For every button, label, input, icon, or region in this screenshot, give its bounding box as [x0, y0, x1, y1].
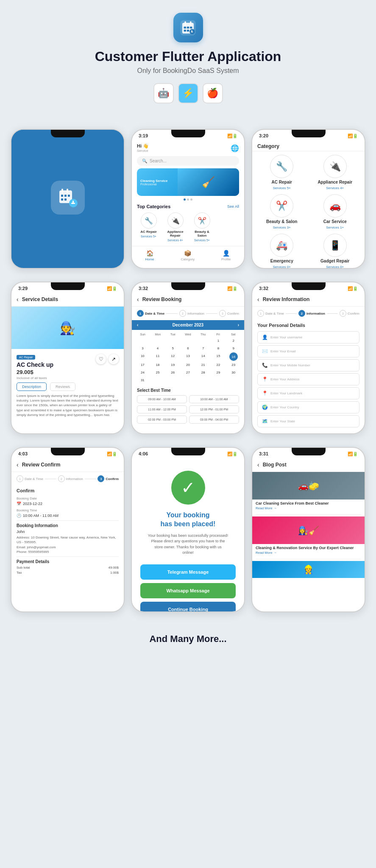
row-2: 3:29 📶🔋 ‹ Service Details 🧑‍🔧 AC Repair …	[0, 277, 376, 438]
step-ri-1: 1 Date & Time	[257, 310, 284, 317]
landmark-icon: 📍	[262, 391, 268, 396]
booking-date-value: 📅2023-12-22	[17, 502, 119, 506]
section-header: Top Categories See All	[132, 202, 244, 211]
svg-rect-18	[61, 198, 63, 201]
state-icon: 🗺️	[262, 419, 268, 424]
step-conf-1: 1 Date & Time	[17, 475, 43, 482]
favorite-button[interactable]: ♡	[96, 354, 106, 364]
slot-4[interactable]: 12:00 PM - 01:00 PM	[189, 405, 239, 413]
back-button-svc[interactable]: ‹	[17, 296, 19, 303]
service-tax: Inclusive of all taxes	[17, 376, 53, 380]
phone-categories: 3:20 📶🔋 Category 🔧 AC Repair Services 5+…	[251, 129, 365, 269]
back-button-blog[interactable]: ‹	[257, 461, 259, 468]
step-conf-3: 3 Confirm	[97, 475, 119, 482]
bottom-nav: 🏠 Home 📦 Category 👤 Profile	[132, 246, 244, 265]
read-more-2[interactable]: Read More →	[252, 551, 365, 557]
field-state[interactable]: 🗺️ Enter Your State	[257, 415, 359, 427]
app-icon	[173, 13, 203, 42]
svg-rect-19	[64, 198, 67, 201]
next-month[interactable]: ›	[238, 323, 239, 327]
steps-bar-conf: 1 Date & Time 2 Information 3 Confirm	[11, 472, 124, 486]
grid-item-beauty[interactable]: ✂️ Beauty & Salon Services 3+	[257, 194, 306, 229]
personal-details-title: Your Personal Details	[252, 320, 365, 329]
user-icon: 👤	[262, 335, 268, 340]
nav-profile[interactable]: 👤 Profile	[221, 250, 231, 261]
back-button-conf[interactable]: ‹	[17, 461, 19, 468]
back-button-ri[interactable]: ‹	[257, 296, 259, 303]
search-bar[interactable]: 🔍 Search...	[137, 156, 239, 166]
slot-1[interactable]: 09:00 AM - 10:00 AM	[137, 395, 187, 403]
phone-splash	[11, 129, 125, 269]
field-phone[interactable]: 📞 Enter Your Mobile Number	[257, 359, 359, 371]
field-address[interactable]: 📍 Enter Your Address	[257, 373, 359, 385]
cat-item-appliance[interactable]: 🔌 ApplianceRepair Services 4+	[164, 212, 187, 242]
svg-rect-2	[184, 21, 186, 25]
service-description: Lorem Ipsum is simply dummy text of the …	[17, 394, 119, 417]
svg-rect-15	[61, 195, 63, 197]
svg-rect-16	[64, 195, 67, 197]
step-ri-2: 2 Information	[298, 310, 325, 317]
category-grid: 🔧 AC Repair Services 5+ 🔌 Appliance Repa…	[252, 151, 365, 269]
service-info: AC Repair AC Check up 29.00$ Inclusive o…	[11, 349, 124, 421]
platform-icons: 🤖 ⚡ 🍎	[8, 83, 368, 103]
continue-button[interactable]: Continue Booking	[140, 602, 236, 612]
categories-header: Category	[252, 140, 365, 151]
nav-category[interactable]: 📦 Category	[181, 250, 195, 261]
notch-cat	[292, 130, 326, 137]
app-header: Customer Flutter Application Only for Bo…	[0, 0, 376, 125]
steps-bar-ri: 1 Date & Time 2 Information 3 Confirm	[252, 307, 365, 320]
svg-rect-6	[190, 26, 192, 28]
field-landmark[interactable]: 📍 Enter Your Landmark	[257, 387, 359, 399]
phone-confirm: 4:03 📶🔋 ‹ Review Confirm 1 Date & Time 2…	[11, 447, 125, 612]
banner-image: 🧹 Cleaning Service Professional	[137, 168, 239, 196]
booking-address: Address: 10 Downing Street, Near cause w…	[17, 535, 119, 544]
success-icon: ✓	[171, 471, 205, 505]
share-button[interactable]: ↗	[109, 354, 119, 364]
notch-svc	[51, 282, 85, 290]
calendar-grid: SunMonTueWedThuFriSat 12 3456789 1011121…	[132, 330, 244, 385]
globe-icon: 🌐	[231, 144, 239, 152]
blog-img-2: 👩‍🔧🧹	[252, 516, 365, 544]
svg-rect-14	[67, 189, 68, 193]
time-section: Select Best Time 09:00 AM - 10:00 AM 10:…	[132, 385, 244, 426]
grid-item-gadget[interactable]: 📱 Gadget Repair Services 0+	[311, 234, 360, 269]
svg-rect-5	[187, 26, 189, 28]
notch-home	[171, 130, 205, 137]
tab-description[interactable]: Description	[17, 382, 47, 391]
grid-item-car[interactable]: 🚗 Car Service Services 1+	[311, 194, 360, 229]
slot-5[interactable]: 02:00 PM - 03:00 PM	[137, 416, 187, 424]
whatsapp-button[interactable]: Whatsapp Message	[140, 583, 236, 598]
svg-rect-22	[71, 203, 75, 204]
address-icon: 📍	[262, 377, 268, 382]
notch-suc	[171, 448, 205, 455]
phone-blog: 3:31 📶🔋 ‹ Blog Post 🚗🧽 Car Cleaning Serv…	[251, 447, 365, 612]
service-title: AC Check up	[17, 361, 53, 368]
field-country[interactable]: 🌍 Enter Your Country	[257, 401, 359, 413]
slot-6[interactable]: 03:00 PM - 04:00 PM	[189, 416, 239, 424]
nav-home[interactable]: 🏠 Home	[145, 250, 154, 261]
grid-item-appliance[interactable]: 🔌 Appliance Repair Services 4+	[311, 155, 360, 190]
grid-item-emergency[interactable]: 🚑 Emergency Services 0+	[257, 234, 306, 269]
slot-3[interactable]: 11:00 AM - 12:00 PM	[137, 405, 187, 413]
prev-month[interactable]: ‹	[137, 323, 138, 327]
step-1: 1 Date & Time	[137, 310, 164, 317]
field-email[interactable]: ✉️ Enter Your Email	[257, 345, 359, 357]
read-more-1[interactable]: Read More →	[252, 506, 365, 513]
field-username[interactable]: 👤 Enter Your username	[257, 331, 359, 343]
flutter-badge: ⚡	[178, 83, 198, 103]
cat-item-beauty[interactable]: ✂️ Beauty &Salon Services 5+	[190, 212, 214, 242]
slot-2[interactable]: 10:00 AM - 11:00 AM	[189, 395, 239, 403]
telegram-button[interactable]: Telegram Message	[140, 564, 236, 580]
search-icon: 🔍	[142, 159, 147, 163]
service-tabs: Description Reviews	[17, 382, 119, 391]
cat-item-ac[interactable]: 🔧 AC Repair Services 5+	[137, 212, 160, 242]
steps-bar-rb: 1 Date & Time 2 Information 3 Confirm	[132, 307, 244, 320]
tab-reviews[interactable]: Reviews	[50, 382, 75, 391]
grid-item-ac[interactable]: 🔧 AC Repair Services 5+	[257, 155, 306, 190]
payment-tax: Tax 1:00$	[17, 571, 119, 575]
service-detail-header: ‹ Service Details	[11, 293, 124, 307]
review-info-header: ‹ Review Information	[252, 293, 365, 307]
confirm-section: Confirm Booking Date 📅2023-12-22 Booking…	[11, 486, 124, 578]
review-booking-header: ‹ Review Booking	[132, 293, 244, 307]
back-button-rb[interactable]: ‹	[137, 296, 139, 303]
